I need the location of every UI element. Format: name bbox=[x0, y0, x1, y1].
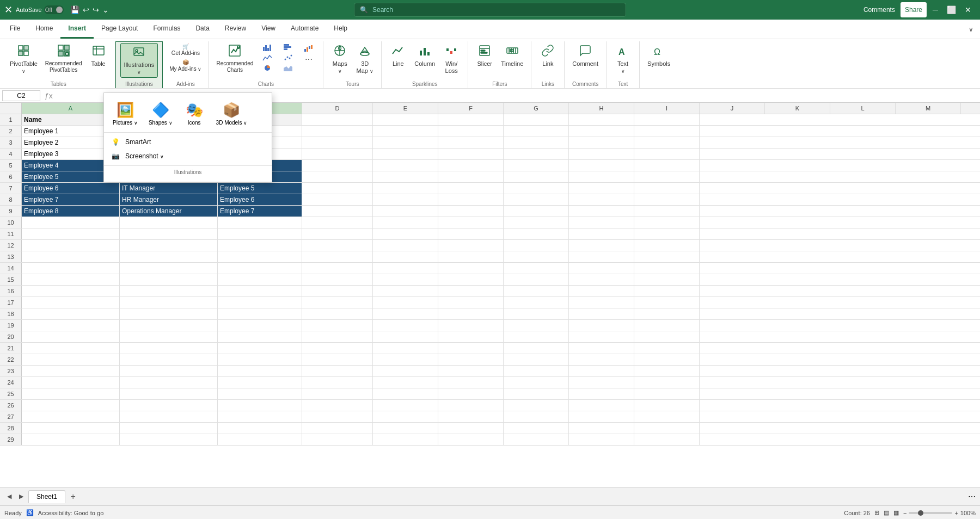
grid-cell[interactable] bbox=[438, 377, 504, 388]
tab-home[interactable]: Home bbox=[28, 20, 60, 39]
grid-cell[interactable] bbox=[22, 286, 120, 296]
grid-cell[interactable] bbox=[438, 206, 504, 217]
grid-cell[interactable] bbox=[504, 354, 569, 365]
minimize-button[interactable]: ─ bbox=[928, 2, 943, 17]
grid-cell[interactable] bbox=[438, 434, 504, 445]
close-button[interactable]: ✕ bbox=[960, 2, 976, 17]
grid-cell[interactable] bbox=[504, 331, 569, 342]
grid-cell[interactable] bbox=[504, 160, 569, 171]
col-header-i[interactable]: I bbox=[634, 103, 700, 114]
grid-cell[interactable] bbox=[634, 228, 700, 239]
scatter-chart-button[interactable] bbox=[278, 53, 298, 63]
col-header-g[interactable]: G bbox=[504, 103, 569, 114]
grid-cell[interactable] bbox=[504, 297, 569, 308]
3d-models-button[interactable]: 📦 3D Models ∨ bbox=[212, 100, 252, 128]
grid-cell[interactable] bbox=[22, 343, 120, 354]
save-icon[interactable]: 💾 bbox=[70, 5, 79, 14]
grid-cell[interactable] bbox=[504, 149, 569, 159]
grid-cell[interactable] bbox=[373, 149, 438, 159]
tab-help[interactable]: Help bbox=[326, 20, 355, 39]
grid-cell[interactable] bbox=[634, 206, 700, 217]
grid-cell[interactable] bbox=[373, 171, 438, 182]
grid-cell[interactable] bbox=[218, 240, 302, 251]
grid-cell[interactable] bbox=[120, 286, 218, 296]
grid-cell[interactable] bbox=[302, 423, 373, 434]
win-loss-button[interactable]: Win/Loss bbox=[439, 42, 463, 76]
grid-cell[interactable] bbox=[302, 434, 373, 445]
grid-cell[interactable] bbox=[120, 251, 218, 262]
grid-cell[interactable] bbox=[504, 343, 569, 354]
sheet-tab-sheet1[interactable]: Sheet1 bbox=[28, 490, 65, 503]
grid-cell[interactable] bbox=[438, 240, 504, 251]
sheet-nav-right[interactable]: ▶ bbox=[16, 492, 26, 502]
grid-cell[interactable] bbox=[504, 377, 569, 388]
grid-cell[interactable] bbox=[302, 366, 373, 376]
comment-button[interactable]: Comment bbox=[569, 42, 602, 69]
grid-cell[interactable] bbox=[438, 320, 504, 331]
grid-cell[interactable] bbox=[438, 286, 504, 296]
grid-cell[interactable] bbox=[634, 160, 700, 171]
grid-cell[interactable] bbox=[302, 308, 373, 319]
grid-cell[interactable] bbox=[438, 308, 504, 319]
grid-cell[interactable] bbox=[373, 377, 438, 388]
grid-cell[interactable] bbox=[438, 343, 504, 354]
grid-cell[interactable] bbox=[569, 320, 634, 331]
grid-cell[interactable] bbox=[373, 320, 438, 331]
grid-cell[interactable] bbox=[120, 297, 218, 308]
grid-cell[interactable] bbox=[438, 126, 504, 137]
grid-cell[interactable] bbox=[569, 400, 634, 411]
grid-cell[interactable] bbox=[302, 354, 373, 365]
more-charts-button[interactable]: ⋯ bbox=[299, 54, 318, 65]
grid-cell[interactable] bbox=[634, 388, 700, 399]
grid-cell[interactable] bbox=[634, 126, 700, 137]
grid-cell[interactable] bbox=[302, 228, 373, 239]
grid-cell[interactable] bbox=[373, 411, 438, 422]
grid-cell[interactable] bbox=[634, 114, 700, 125]
grid-cell[interactable] bbox=[120, 331, 218, 342]
grid-cell[interactable] bbox=[438, 388, 504, 399]
grid-cell[interactable] bbox=[569, 206, 634, 217]
grid-cell[interactable] bbox=[120, 400, 218, 411]
icons-button[interactable]: 🎭 Icons bbox=[179, 100, 210, 128]
grid-cell[interactable]: Employee 6 bbox=[218, 194, 302, 205]
grid-cell[interactable] bbox=[504, 251, 569, 262]
grid-cell[interactable] bbox=[438, 114, 504, 125]
grid-cell[interactable] bbox=[373, 434, 438, 445]
grid-cell[interactable] bbox=[504, 206, 569, 217]
grid-cell[interactable] bbox=[504, 274, 569, 285]
table-button[interactable]: Table bbox=[87, 42, 111, 69]
grid-cell[interactable] bbox=[634, 171, 700, 182]
col-header-l[interactable]: L bbox=[830, 103, 896, 114]
get-addins-button[interactable]: 🛒 Get Add-ins bbox=[167, 42, 204, 57]
grid-cell[interactable] bbox=[218, 354, 302, 365]
grid-cell[interactable] bbox=[22, 263, 120, 274]
shapes-button[interactable]: 🔷 Shapes ∨ bbox=[144, 100, 177, 128]
grid-cell[interactable] bbox=[373, 331, 438, 342]
column-chart-button[interactable] bbox=[258, 42, 277, 52]
grid-cell[interactable] bbox=[569, 343, 634, 354]
grid-cell[interactable] bbox=[504, 194, 569, 205]
grid-cell[interactable] bbox=[373, 126, 438, 137]
col-header-k[interactable]: K bbox=[765, 103, 830, 114]
grid-cell[interactable] bbox=[634, 137, 700, 148]
grid-cell[interactable] bbox=[634, 308, 700, 319]
area-chart-button[interactable] bbox=[278, 63, 298, 73]
grid-cell[interactable] bbox=[438, 411, 504, 422]
grid-cell[interactable] bbox=[438, 194, 504, 205]
grid-cell[interactable] bbox=[569, 251, 634, 262]
grid-cell[interactable] bbox=[120, 320, 218, 331]
grid-cell[interactable] bbox=[373, 274, 438, 285]
grid-cell[interactable] bbox=[634, 377, 700, 388]
grid-cell[interactable] bbox=[302, 297, 373, 308]
line-sparkline-button[interactable]: Line bbox=[386, 42, 410, 69]
grid-cell[interactable] bbox=[302, 400, 373, 411]
cell-reference-input[interactable] bbox=[2, 90, 40, 101]
grid-cell[interactable] bbox=[218, 411, 302, 422]
grid-cell[interactable] bbox=[438, 263, 504, 274]
search-input[interactable] bbox=[372, 6, 620, 14]
grid-cell[interactable]: IT Manager bbox=[120, 183, 218, 194]
grid-cell[interactable] bbox=[302, 126, 373, 137]
illustrations-button[interactable]: Illustrations∨ bbox=[120, 43, 158, 78]
grid-cell[interactable] bbox=[634, 423, 700, 434]
grid-cell[interactable] bbox=[218, 228, 302, 239]
